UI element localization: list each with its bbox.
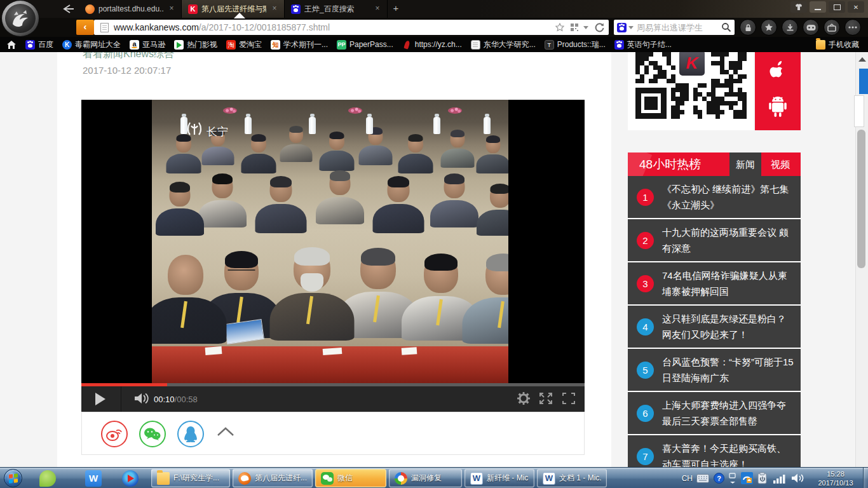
- taskbar-security-button[interactable]: 漏洞修复: [389, 469, 462, 487]
- keyboard-icon[interactable]: [696, 474, 709, 483]
- taskbar-word2-button[interactable]: 文档 1 - Mic...: [537, 469, 607, 487]
- hot-tab-video[interactable]: 视频: [764, 152, 797, 176]
- site-back-button[interactable]: [76, 20, 94, 35]
- fullscreen-icon[interactable]: [562, 392, 576, 405]
- taskbar-wechat-button[interactable]: 微信: [315, 469, 386, 487]
- show-desktop-button[interactable]: [863, 468, 868, 488]
- hotlist-item[interactable]: 2 十九大前的这两场重要会议 颇有深意: [628, 219, 801, 262]
- taskbar-explorer-button[interactable]: F:\研究生学...: [151, 469, 230, 487]
- mobile-favorites-folder[interactable]: 手机收藏: [816, 39, 859, 50]
- minimize-button[interactable]: [810, 1, 826, 13]
- hotlist-item[interactable]: 4 这只鞋到底是灰绿还是粉白？网友们又吵起来了！: [628, 306, 801, 349]
- restore-button[interactable]: [829, 1, 845, 13]
- rank-badge: 4: [637, 318, 654, 336]
- add-bookmark-star-icon[interactable]: [555, 23, 565, 32]
- close-tab-icon[interactable]: [373, 4, 382, 13]
- flower-decoration: [223, 107, 237, 114]
- taskbar-browser-button[interactable]: 第八届先进纤...: [233, 469, 313, 487]
- audience-person: [320, 133, 355, 171]
- bookmark-dhu[interactable]: 东华大学研究...: [471, 39, 536, 50]
- baidu-search-engine-icon[interactable]: [617, 23, 627, 32]
- media-player-icon[interactable]: [122, 470, 139, 487]
- close-tab-icon[interactable]: [167, 4, 176, 13]
- tab-baidu-search[interactable]: 王烨_百度搜索: [285, 0, 388, 18]
- kankanews-favicon: [188, 4, 198, 14]
- speaker-icon[interactable]: [791, 473, 804, 484]
- changning-logo-icon: [185, 120, 204, 139]
- total-time: 00:58: [177, 395, 198, 404]
- help-icon[interactable]: ?: [714, 473, 724, 484]
- search-input[interactable]: [635, 22, 721, 33]
- settings-gear-icon[interactable]: [517, 392, 530, 405]
- hotlist-item[interactable]: 1 《不忘初心 继续前进》第七集《永立潮头》: [628, 176, 801, 219]
- hotlist-item[interactable]: 7 喜大普奔！今天起购买高铁、动车票可自主选座！: [628, 435, 801, 467]
- bookmark-english[interactable]: 英语句子结...: [614, 39, 672, 50]
- taskbar-word1-button[interactable]: 新纤维 - Mic...: [465, 469, 534, 487]
- video-frame[interactable]: 长宁: [152, 100, 508, 383]
- bookmark-products[interactable]: Products::瑞...: [545, 39, 606, 50]
- chevron-down-icon[interactable]: [583, 26, 588, 29]
- share-qq-button[interactable]: [177, 421, 204, 447]
- gamepad-icon[interactable]: [803, 19, 819, 36]
- clipboard-power-icon[interactable]: [757, 472, 768, 484]
- video-player[interactable]: 长宁 00:10/00:58: [81, 100, 585, 412]
- volume-icon[interactable]: [133, 392, 150, 405]
- scroll-up-icon[interactable]: [858, 57, 866, 62]
- language-indicator[interactable]: CH: [682, 474, 693, 483]
- share-wechat-button[interactable]: [139, 421, 166, 447]
- network-signal-icon[interactable]: [773, 473, 787, 484]
- bookmark-video[interactable]: 热门影视: [174, 39, 217, 50]
- favorites-star-icon[interactable]: [761, 19, 777, 36]
- hot-tab-news[interactable]: 新闻: [729, 152, 761, 176]
- coreldraw-icon[interactable]: [39, 470, 56, 487]
- close-button[interactable]: [848, 1, 864, 13]
- refresh-icon[interactable]: [594, 22, 605, 33]
- side-widget-white[interactable]: [854, 95, 864, 127]
- bookmark-journal[interactable]: 学术期刊一...: [271, 39, 328, 50]
- article-source-link[interactable]: 看看新闻Knews综合: [83, 52, 174, 61]
- bookmark-baidu[interactable]: 百度: [25, 39, 53, 50]
- share-toolbar: [81, 412, 585, 455]
- download-icon[interactable]: [782, 19, 798, 36]
- search-icon[interactable]: [721, 22, 731, 32]
- address-bar[interactable]: www.kankanews.com/a/2017-10-12/001818587…: [94, 20, 609, 35]
- audience-person: [462, 255, 508, 344]
- scrollbar-thumb[interactable]: [857, 130, 865, 268]
- hotlist-item[interactable]: 5 台风蓝色预警：“卡努”可能于15日登陆海南广东: [628, 349, 801, 392]
- start-button[interactable]: [4, 469, 22, 487]
- close-tab-icon[interactable]: [270, 4, 279, 13]
- bookmark-duba[interactable]: 毒霸网址大全: [62, 39, 121, 50]
- more-menu-icon[interactable]: [844, 19, 861, 36]
- android-icon[interactable]: [767, 94, 789, 121]
- divider: [121, 386, 121, 412]
- browser-logo-icon[interactable]: [1, 0, 39, 37]
- taskbar-clock[interactable]: 15:28 2017/10/13: [811, 470, 860, 487]
- play-icon[interactable]: [95, 393, 105, 405]
- bookmark-yz[interactable]: https://yz.ch...: [402, 40, 462, 50]
- tray-expand-icon[interactable]: [729, 473, 736, 484]
- security-lock-icon[interactable]: [740, 19, 756, 36]
- search-box[interactable]: [614, 20, 735, 35]
- home-icon[interactable]: [6, 40, 17, 50]
- theater-mode-icon[interactable]: [539, 392, 553, 405]
- skin-button[interactable]: [790, 1, 807, 13]
- collapse-chevron-icon[interactable]: [217, 426, 234, 439]
- search-engine-dropdown-icon[interactable]: [628, 26, 634, 29]
- side-widget-blue[interactable]: [859, 69, 868, 94]
- apple-icon[interactable]: [767, 60, 789, 86]
- wps-icon[interactable]: [85, 470, 102, 487]
- bookmark-paperpass[interactable]: PaperPass...: [337, 40, 393, 50]
- security-sync-icon[interactable]: [741, 472, 753, 484]
- new-tab-button[interactable]: +: [388, 0, 404, 18]
- tab-portaltest[interactable]: portaltest.dhu.edu....: [79, 0, 182, 18]
- tab-kankanews[interactable]: 第八届先进纤维与聚: [182, 0, 285, 18]
- url-text[interactable]: www.kankanews.com/a/2017-10-12/001818587…: [114, 22, 553, 32]
- qr-scan-icon[interactable]: [570, 23, 579, 32]
- bookmark-amazon[interactable]: 亚马逊: [130, 39, 165, 50]
- bookmark-taobao[interactable]: 爱淘宝: [226, 39, 262, 50]
- hotlist-item[interactable]: 3 74名电信网络诈骗嫌疑人从柬埔寨被押解回国: [628, 262, 801, 306]
- hotlist-item[interactable]: 6 上海大师赛费纳进入四强争夺 最后三天赛票全部售罄: [628, 392, 801, 435]
- tv-icon[interactable]: [824, 19, 840, 36]
- back-history-icon[interactable]: [61, 4, 75, 14]
- share-weibo-button[interactable]: [101, 421, 128, 447]
